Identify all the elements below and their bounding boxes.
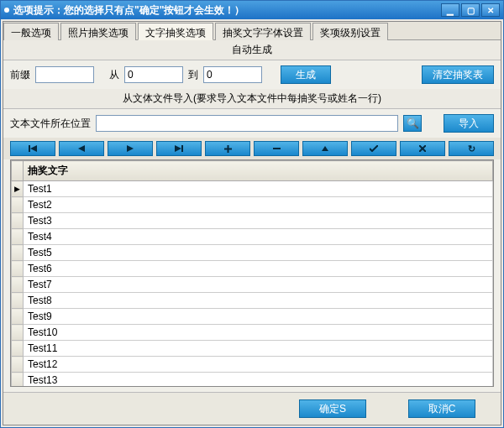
row-indicator-icon: ▶ <box>12 181 24 197</box>
grid-cell[interactable]: Test2 <box>24 197 493 213</box>
import-row: 文本文件所在位置 🔍 导入 <box>3 109 501 138</box>
table-row[interactable]: Test7 <box>12 277 493 293</box>
row-indicator-icon <box>12 357 24 373</box>
lottery-grid: 抽奖文字 ▶Test1Test2Test3Test4Test5Test6Test… <box>10 159 494 387</box>
table-row[interactable]: Test12 <box>12 357 493 373</box>
file-path-input[interactable] <box>96 115 398 132</box>
table-row[interactable]: Test8 <box>12 293 493 309</box>
generate-button[interactable]: 生成 <box>281 65 331 84</box>
svg-marker-0 <box>30 145 37 152</box>
grid-cell[interactable]: Test9 <box>24 309 493 325</box>
nav-edit-button[interactable] <box>302 141 348 156</box>
row-indicator-icon <box>12 293 24 309</box>
title-bullet-icon <box>4 8 9 13</box>
search-icon: 🔍 <box>407 117 419 129</box>
grid-cell[interactable]: Test10 <box>24 325 493 341</box>
table-row[interactable]: Test9 <box>12 309 493 325</box>
row-indicator-icon <box>12 213 24 229</box>
to-label: 到 <box>188 68 198 82</box>
row-indicator-icon <box>12 277 24 293</box>
nav-next-button[interactable] <box>108 141 153 156</box>
grid-cell[interactable]: Test6 <box>24 261 493 277</box>
grid-cell[interactable]: Test13 <box>24 373 493 387</box>
table-row[interactable]: Test5 <box>12 245 493 261</box>
prefix-input[interactable] <box>35 66 94 83</box>
tab-strip: 一般选项照片抽奖选项文字抽奖选项抽奖文字字体设置奖项级别设置 <box>3 22 501 40</box>
to-input[interactable] <box>203 66 262 83</box>
table-row[interactable]: Test10 <box>12 325 493 341</box>
record-nav-bar: ↻ <box>3 138 501 159</box>
row-indicator-icon <box>12 309 24 325</box>
nav-cancel-button[interactable] <box>400 141 445 156</box>
row-indicator-icon <box>12 341 24 357</box>
from-input[interactable] <box>124 66 183 83</box>
nav-prev-button[interactable] <box>59 141 104 156</box>
svg-rect-8 <box>273 148 281 149</box>
row-indicator-icon <box>12 261 24 277</box>
autogen-row: 前缀 从 到 生成 清空抽奖表 <box>3 60 501 89</box>
svg-marker-3 <box>127 145 134 152</box>
table-row[interactable]: Test2 <box>12 197 493 213</box>
tab-1[interactable]: 照片抽奖选项 <box>60 23 136 40</box>
browse-button[interactable]: 🔍 <box>403 115 422 132</box>
grid-cell[interactable]: Test7 <box>24 277 493 293</box>
client-area: 一般选项照片抽奖选项文字抽奖选项抽奖文字字体设置奖项级别设置 自动生成 前缀 从… <box>3 21 501 425</box>
ok-button[interactable]: 确定S <box>299 399 366 418</box>
svg-marker-2 <box>78 145 85 152</box>
minimize-button[interactable]: ▁ <box>441 3 459 17</box>
row-indicator-icon <box>12 229 24 245</box>
table-row[interactable]: Test13 <box>12 373 493 387</box>
prefix-label: 前缀 <box>10 68 30 82</box>
window-title: 选项提示：您的选择只有点"确定"按钮才会生效！） <box>13 3 244 18</box>
cancel-button[interactable]: 取消C <box>408 399 475 418</box>
from-label: 从 <box>109 68 119 82</box>
tab-0[interactable]: 一般选项 <box>3 23 59 40</box>
grid-cell[interactable]: Test8 <box>24 293 493 309</box>
maximize-button[interactable]: ▢ <box>461 3 480 17</box>
row-indicator-icon <box>12 325 24 341</box>
app-window: 选项提示：您的选择只有点"确定"按钮才会生效！） ▁ ▢ ✕ 一般选项照片抽奖选… <box>0 0 504 428</box>
svg-marker-4 <box>175 145 181 152</box>
nav-last-button[interactable] <box>156 141 202 156</box>
row-indicator-icon <box>12 245 24 261</box>
dialog-footer: 确定S 取消C <box>3 392 501 425</box>
grid-cell[interactable]: Test12 <box>24 357 493 373</box>
table-row[interactable]: Test3 <box>12 213 493 229</box>
grid-cell[interactable]: Test1 <box>24 181 493 197</box>
row-indicator-icon <box>12 197 24 213</box>
grid-column-header[interactable]: 抽奖文字 <box>24 161 493 181</box>
table-row[interactable]: Test6 <box>12 261 493 277</box>
grid-cell[interactable]: Test4 <box>24 229 493 245</box>
grid-scroll[interactable]: 抽奖文字 ▶Test1Test2Test3Test4Test5Test6Test… <box>11 160 493 386</box>
import-button[interactable]: 导入 <box>444 114 494 133</box>
nav-post-button[interactable] <box>351 141 396 156</box>
row-indicator-icon <box>12 373 24 387</box>
tab-panel-text-lottery: 自动生成 前缀 从 到 生成 清空抽奖表 从文体文件导入(要求导入文本文件中每抽… <box>3 40 501 392</box>
svg-rect-1 <box>29 145 30 152</box>
table-row[interactable]: Test4 <box>12 229 493 245</box>
nav-add-button[interactable] <box>205 141 250 156</box>
table-row[interactable]: Test11 <box>12 341 493 357</box>
close-button[interactable]: ✕ <box>481 3 500 17</box>
grid-cell[interactable]: Test11 <box>24 341 493 357</box>
grid-cell[interactable]: Test3 <box>24 213 493 229</box>
svg-rect-5 <box>181 145 183 152</box>
file-path-label: 文本文件所在位置 <box>10 117 91 131</box>
nav-first-button[interactable] <box>10 141 55 156</box>
autogen-header: 自动生成 <box>3 40 501 60</box>
title-bar: 选项提示：您的选择只有点"确定"按钮才会生效！） ▁ ▢ ✕ <box>1 1 503 19</box>
nav-delete-button[interactable] <box>254 141 299 156</box>
import-header: 从文体文件导入(要求导入文本文件中每抽奖号或姓名一行) <box>3 89 501 109</box>
nav-refresh-button[interactable]: ↻ <box>449 141 494 156</box>
tab-3[interactable]: 抽奖文字字体设置 <box>215 23 311 40</box>
table-row[interactable]: ▶Test1 <box>12 181 493 197</box>
tab-2[interactable]: 文字抽奖选项 <box>138 23 213 40</box>
svg-rect-7 <box>224 148 232 149</box>
tab-4[interactable]: 奖项级别设置 <box>312 23 388 40</box>
grid-cell[interactable]: Test5 <box>24 245 493 261</box>
svg-marker-9 <box>322 146 328 151</box>
clear-table-button[interactable]: 清空抽奖表 <box>422 65 494 84</box>
